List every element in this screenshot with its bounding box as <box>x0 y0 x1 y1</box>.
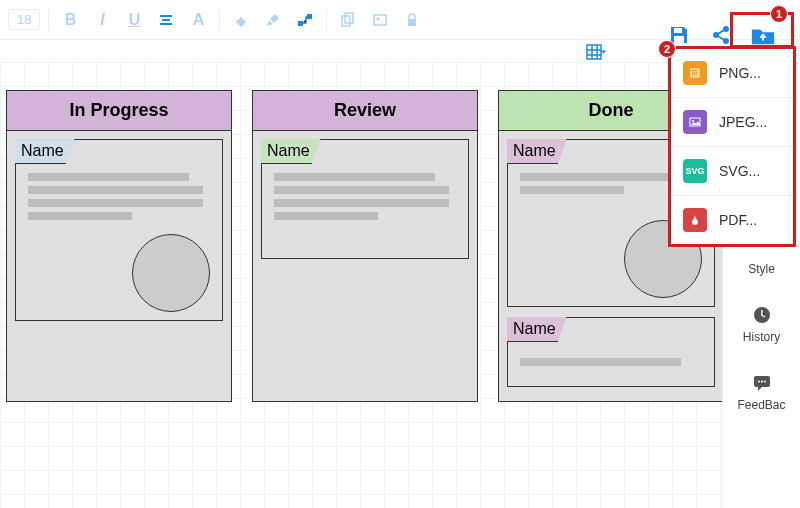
svg-point-16 <box>761 381 763 383</box>
export-button[interactable] <box>750 22 776 48</box>
placeholder-line <box>520 173 682 181</box>
annotation-badge-2: 2 <box>658 40 676 58</box>
align-button[interactable] <box>153 7 179 33</box>
svg-icon: SVG <box>683 159 707 183</box>
card-tab: Name <box>507 317 567 342</box>
placeholder-circle <box>132 234 210 312</box>
placeholder-line <box>520 358 682 366</box>
rail-label: Style <box>748 262 775 276</box>
svg-rect-8 <box>674 28 682 33</box>
rail-label: History <box>743 330 780 344</box>
bold-button[interactable]: B <box>57 7 83 33</box>
feedback-icon <box>751 372 773 394</box>
svg-rect-18 <box>691 69 699 77</box>
board-column[interactable]: Review Name <box>252 90 478 402</box>
board-card[interactable]: Name <box>261 139 469 259</box>
export-jpeg[interactable]: JPEG... <box>671 98 793 147</box>
card-tab: Name <box>15 139 75 164</box>
svg-rect-1 <box>307 14 312 19</box>
svg-rect-2 <box>342 16 350 26</box>
column-header: Review <box>253 91 477 131</box>
pdf-icon <box>683 208 707 232</box>
export-menu: PNG... JPEG... SVG SVG... PDF... <box>668 46 796 247</box>
svg-rect-9 <box>674 36 684 43</box>
svg-rect-4 <box>374 15 386 25</box>
divider <box>326 9 327 31</box>
column-header: In Progress <box>7 91 231 131</box>
divider <box>48 9 49 31</box>
menu-label: PNG... <box>719 65 761 81</box>
menu-label: PDF... <box>719 212 757 228</box>
fontsize-select[interactable]: 18 <box>8 9 40 30</box>
placeholder-line <box>28 212 133 220</box>
fill-button[interactable] <box>228 7 254 33</box>
placeholder-line <box>274 186 449 194</box>
share-icon[interactable] <box>708 22 734 48</box>
svg-point-17 <box>764 381 766 383</box>
svg-rect-0 <box>298 21 303 26</box>
rail-style[interactable]: Style <box>748 262 775 276</box>
rail-feedback[interactable]: FeedBac <box>737 372 785 412</box>
pencil-icon[interactable] <box>260 7 286 33</box>
placeholder-line <box>28 186 203 194</box>
board-columns: In Progress Name Review Name <box>6 90 724 402</box>
top-right-actions <box>666 22 776 48</box>
board-column[interactable]: In Progress Name <box>6 90 232 402</box>
lock-icon[interactable] <box>399 7 425 33</box>
annotation-badge-1: 1 <box>770 5 788 23</box>
svg-point-5 <box>377 17 380 20</box>
connector-button[interactable] <box>292 7 318 33</box>
png-icon <box>683 61 707 85</box>
svg-point-20 <box>692 120 694 122</box>
image-button[interactable] <box>367 7 393 33</box>
divider <box>219 9 220 31</box>
export-png[interactable]: PNG... <box>671 49 793 98</box>
jpeg-icon <box>683 110 707 134</box>
svg-point-15 <box>758 381 760 383</box>
menu-label: JPEG... <box>719 114 767 130</box>
text-color-button[interactable]: A <box>185 7 211 33</box>
svg-rect-6 <box>408 19 416 26</box>
italic-button[interactable]: I <box>89 7 115 33</box>
placeholder-line <box>274 199 449 207</box>
card-tab: Name <box>507 139 567 164</box>
card-tab: Name <box>261 139 321 164</box>
history-icon <box>751 304 773 326</box>
placeholder-line <box>520 186 625 194</box>
export-svg[interactable]: SVG SVG... <box>671 147 793 196</box>
copy-button[interactable] <box>335 7 361 33</box>
rail-label: FeedBac <box>737 398 785 412</box>
column-body: Name <box>253 131 477 401</box>
column-body: Name <box>7 131 231 401</box>
placeholder-line <box>274 212 379 220</box>
placeholder-line <box>28 199 203 207</box>
board-card[interactable]: Name <box>507 317 715 387</box>
underline-button[interactable]: U <box>121 7 147 33</box>
svg-rect-7 <box>587 45 601 59</box>
export-pdf[interactable]: PDF... <box>671 196 793 244</box>
svg-rect-3 <box>345 13 353 23</box>
rail-history[interactable]: History <box>743 304 780 344</box>
placeholder-line <box>28 173 190 181</box>
placeholder-line <box>274 173 436 181</box>
menu-label: SVG... <box>719 163 760 179</box>
board-card[interactable]: Name <box>15 139 223 321</box>
